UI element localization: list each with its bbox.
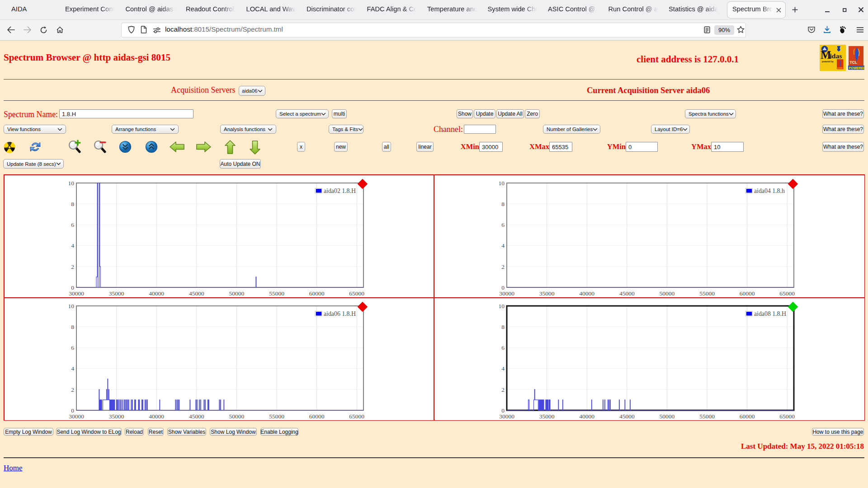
svg-text:60000: 60000 (309, 290, 325, 297)
svg-text:8: 8 (501, 201, 505, 207)
svg-text:LOGIC: LOGIC (837, 67, 843, 69)
svg-text:10: 10 (499, 303, 505, 310)
svg-text:aida02 1.8.H: aida02 1.8.H (324, 188, 356, 194)
svg-text:35000: 35000 (539, 290, 555, 297)
svg-text:40000: 40000 (149, 413, 164, 420)
svg-text:2: 2 (501, 386, 505, 393)
svg-text:45000: 45000 (619, 413, 635, 420)
svg-text:45000: 45000 (619, 290, 635, 297)
svg-text:35000: 35000 (109, 290, 124, 297)
svg-text:50000: 50000 (229, 413, 245, 420)
svg-text:2: 2 (71, 263, 74, 270)
svg-text:0: 0 (71, 407, 74, 414)
svg-text:30000: 30000 (69, 290, 84, 297)
svg-text:0: 0 (71, 284, 74, 291)
svg-text:55000: 55000 (699, 290, 715, 297)
svg-text:65000: 65000 (779, 413, 795, 420)
svg-text:50000: 50000 (660, 413, 675, 420)
svg-text:40000: 40000 (149, 290, 164, 297)
svg-text:40000: 40000 (579, 413, 594, 420)
svg-text:50000: 50000 (660, 290, 675, 297)
svg-text:4: 4 (71, 242, 74, 249)
svg-text:30000: 30000 (69, 413, 84, 420)
svg-text:2: 2 (71, 386, 74, 393)
svg-text:8: 8 (501, 324, 505, 330)
svg-text:6: 6 (71, 221, 74, 228)
svg-text:8: 8 (71, 201, 74, 207)
svg-text:4: 4 (501, 365, 505, 372)
svg-text:6: 6 (501, 221, 505, 228)
svg-text:65000: 65000 (349, 290, 364, 297)
svg-text:45000: 45000 (189, 413, 204, 420)
svg-text:60000: 60000 (740, 413, 755, 420)
svg-text:6: 6 (71, 344, 74, 351)
svg-text:4: 4 (71, 365, 74, 372)
svg-text:45000: 45000 (189, 290, 204, 297)
svg-text:30000: 30000 (499, 413, 514, 420)
svg-text:10: 10 (68, 180, 75, 187)
svg-text:65000: 65000 (779, 290, 795, 297)
svg-text:60000: 60000 (740, 290, 755, 297)
svg-text:60000: 60000 (309, 413, 325, 420)
svg-text:35000: 35000 (109, 413, 124, 420)
svg-text:aida06 1.8.H: aida06 1.8.H (324, 310, 356, 317)
svg-text:aida08 1.8.H: aida08 1.8.H (754, 310, 786, 317)
svg-text:10: 10 (499, 180, 505, 187)
svg-text:aida04 1.8.h: aida04 1.8.h (754, 188, 785, 194)
svg-text:65000: 65000 (349, 413, 364, 420)
svg-text:TCL: TCL (850, 60, 858, 65)
svg-text:powered by: powered by (822, 61, 834, 63)
svg-text:6: 6 (501, 344, 505, 351)
svg-text:40000: 40000 (579, 290, 594, 297)
svg-text:0: 0 (501, 407, 505, 414)
svg-text:55000: 55000 (269, 413, 284, 420)
svg-text:10: 10 (68, 303, 75, 310)
svg-text:0: 0 (501, 284, 505, 291)
svg-text:POWERED: POWERED (849, 66, 865, 70)
svg-text:55000: 55000 (269, 290, 284, 297)
svg-text:50000: 50000 (229, 290, 245, 297)
svg-text:idas: idas (830, 52, 842, 60)
svg-text:30000: 30000 (499, 290, 514, 297)
svg-text:55000: 55000 (699, 413, 715, 420)
svg-text:2: 2 (501, 263, 505, 270)
svg-text:8: 8 (71, 324, 74, 330)
svg-text:35000: 35000 (539, 413, 555, 420)
svg-text:4: 4 (501, 242, 505, 249)
